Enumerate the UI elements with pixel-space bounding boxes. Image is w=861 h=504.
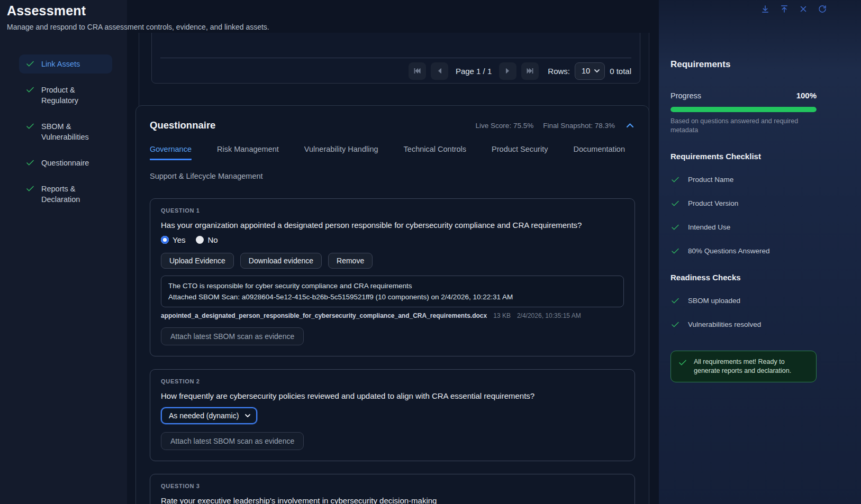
sidebar-item-product-regulatory[interactable]: Product & Regulatory <box>19 80 112 110</box>
download-evidence-button[interactable]: Download evidence <box>240 253 322 269</box>
main-content: Page 1 / 1 Rows: 10 0 total Questionnair… <box>127 33 659 504</box>
yes-no-radio-group: Yes No <box>161 235 624 244</box>
check-icon <box>678 358 687 368</box>
checklist-item-label: 80% Questions Answered <box>688 247 770 255</box>
live-score: Live Score: 75.5% <box>476 122 534 130</box>
tab-governance[interactable]: Governance <box>150 145 192 160</box>
check-icon <box>670 223 680 232</box>
check-icon <box>670 175 680 185</box>
checklist-item: Intended Use <box>670 222 817 232</box>
tab-support-lifecycle[interactable]: Support & Lifecycle Management <box>150 172 263 186</box>
check-icon <box>670 199 680 208</box>
evidence-textarea[interactable]: The CTO is responsible for cyber securit… <box>161 276 624 307</box>
tab-risk-management[interactable]: Risk Management <box>217 145 279 160</box>
check-icon <box>25 158 35 168</box>
question-number-label: QUESTION 3 <box>161 483 624 489</box>
attached-file-name: appointed_a_designated_person_responsibl… <box>161 312 487 319</box>
radio-option-yes[interactable]: Yes <box>161 235 185 244</box>
close-icon[interactable] <box>797 3 809 15</box>
page-subtitle: Manage and respond to CRA assessment con… <box>7 23 269 31</box>
tab-product-security[interactable]: Product Security <box>492 145 548 160</box>
download-icon[interactable] <box>759 3 771 15</box>
readiness-title: Readiness Checks <box>670 273 817 282</box>
frequency-select-value: As needed (dynamic) <box>169 411 239 420</box>
tab-documentation[interactable]: Documentation <box>573 145 625 160</box>
attached-file-row: appointed_a_designated_person_responsibl… <box>161 312 624 319</box>
attach-sbom-button[interactable]: Attach latest SBOM scan as evidence <box>161 327 304 345</box>
radio-unchecked-icon[interactable] <box>196 236 204 244</box>
final-snapshot: Final Snapshot: 78.3% <box>543 122 615 130</box>
question-text: Has your organization appointed a design… <box>161 221 624 230</box>
page-indicator: Page 1 / 1 <box>453 67 494 76</box>
sidebar-item-questionnaire[interactable]: Questionnaire <box>19 153 112 172</box>
total-count: 0 total <box>610 67 631 76</box>
readiness-item-label: SBOM uploaded <box>688 297 740 305</box>
question-1-card: QUESTION 1 Has your organization appoint… <box>150 198 635 356</box>
first-page-button[interactable] <box>409 62 426 80</box>
sidebar-item-label: Questionnaire <box>41 158 89 168</box>
check-icon <box>670 296 680 306</box>
rows-per-page-value: 10 <box>582 67 590 75</box>
readiness-item: SBOM uploaded <box>670 296 817 306</box>
sidebar-item-sbom-vulnerabilities[interactable]: SBOM & Vulnerabilities <box>19 117 112 146</box>
evidence-buttons: Upload Evidence Download evidence Remove <box>161 253 624 269</box>
progress-bar-fill <box>670 107 817 112</box>
radio-option-no[interactable]: No <box>196 235 217 244</box>
radio-label: Yes <box>173 235 185 244</box>
header-toolbar <box>759 3 828 15</box>
question-number-label: QUESTION 2 <box>161 378 624 384</box>
frequency-select[interactable]: As needed (dynamic) <box>161 407 257 424</box>
upload-icon[interactable] <box>778 3 790 15</box>
questionnaire-title: Questionnaire <box>150 120 215 131</box>
progress-label: Progress <box>670 91 701 100</box>
checklist-item: Product Name <box>670 175 817 185</box>
progress-note: Based on questions answered and required… <box>670 117 817 135</box>
sidebar-item-reports-declaration[interactable]: Reports & Declaration <box>19 179 112 209</box>
chevron-down-icon <box>594 69 600 72</box>
sidebar-item-link-assets[interactable]: Link Assets <box>19 54 112 74</box>
rows-label: Rows: <box>548 67 570 76</box>
progress-row: Progress 100% <box>670 91 817 100</box>
radio-checked-icon[interactable] <box>161 236 169 244</box>
progress-value: 100% <box>796 91 817 100</box>
check-icon <box>25 59 35 69</box>
next-page-button[interactable] <box>499 62 516 80</box>
table-pagination: Page 1 / 1 Rows: 10 0 total <box>152 58 640 84</box>
attached-file-size: 13 KB <box>493 312 511 319</box>
checklist-title: Requirements Checklist <box>670 152 817 161</box>
rows-per-page-select[interactable]: 10 <box>575 62 605 80</box>
question-text: How frequently are cybersecurity policie… <box>161 391 624 400</box>
page-title: Assessment <box>7 3 269 19</box>
attach-sbom-button[interactable]: Attach latest SBOM scan as evidence <box>161 432 304 450</box>
readiness-item: Vulnerabilities resolved <box>670 319 817 329</box>
check-icon <box>25 184 35 194</box>
attached-file-date: 2/4/2026, 10:35:15 AM <box>517 312 581 319</box>
checklist-item: Product Version <box>670 198 817 208</box>
tab-technical-controls[interactable]: Technical Controls <box>404 145 466 160</box>
requirements-met-message: All requirements met! Ready to generate … <box>694 358 809 375</box>
chevron-up-icon[interactable] <box>624 120 635 131</box>
radio-label: No <box>207 235 217 244</box>
tab-vulnerability-handling[interactable]: Vulnerability Handling <box>304 145 378 160</box>
question-text: Rate your executive leadership's involve… <box>161 496 624 504</box>
page-header: Assessment Manage and respond to CRA ass… <box>7 3 269 31</box>
checklist-item-label: Intended Use <box>688 223 730 231</box>
sidebar-item-label: SBOM & Vulnerabilities <box>41 121 106 142</box>
sidebar-item-label: Product & Regulatory <box>41 85 106 106</box>
questions-list: QUESTION 1 Has your organization appoint… <box>150 198 635 504</box>
assessment-steps-nav: Link Assets Product & Regulatory SBOM & … <box>19 54 112 209</box>
check-icon <box>25 122 35 131</box>
previous-page-button[interactable] <box>431 62 448 80</box>
refresh-icon[interactable] <box>817 3 828 15</box>
assets-table-card: Page 1 / 1 Rows: 10 0 total <box>151 33 640 84</box>
requirements-panel: Requirements Progress 100% Based on ques… <box>659 0 861 504</box>
questionnaire-header: Questionnaire Live Score: 75.5% Final Sn… <box>150 120 635 131</box>
question-number-label: QUESTION 1 <box>161 207 624 214</box>
last-page-button[interactable] <box>521 62 539 80</box>
check-icon <box>670 246 680 256</box>
readiness-item-label: Vulnerabilities resolved <box>688 320 761 328</box>
checklist-item-label: Product Name <box>688 176 733 184</box>
remove-evidence-button[interactable]: Remove <box>328 253 373 269</box>
upload-evidence-button[interactable]: Upload Evidence <box>161 253 234 269</box>
checklist-item: 80% Questions Answered <box>670 246 817 256</box>
